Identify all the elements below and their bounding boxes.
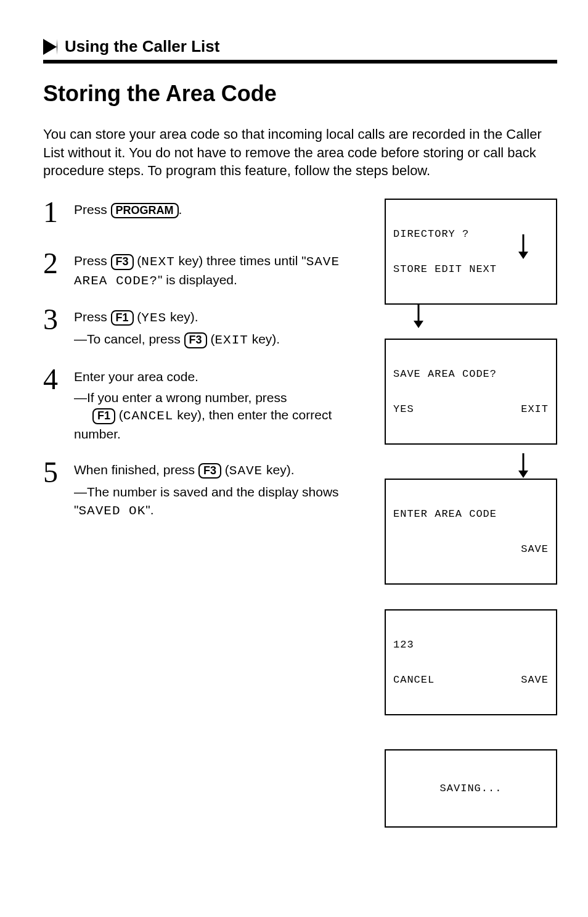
step-number: 2	[43, 250, 63, 290]
f1-key: F1	[111, 310, 134, 326]
lcd-screen-save-area: SAVE AREA CODE? YESEXIT	[385, 339, 557, 445]
step-body: Enter your area code. —If you enter a wr…	[74, 366, 372, 443]
step-body: When finished, press F3 (SAVE key). —The…	[74, 459, 372, 520]
f1-key: F1	[92, 408, 115, 424]
f3-key: F3	[111, 254, 134, 270]
f3-key: F3	[198, 463, 221, 479]
step-1: 1 Press PROGRAM.	[43, 199, 372, 225]
divider	[43, 60, 557, 64]
lcd-screen-saving: SAVING...	[385, 749, 557, 828]
step-2: 2 Press F3 (NEXT key) three times until …	[43, 250, 372, 290]
screens-column: DIRECTORY ? STORE EDIT NEXT SAVE AREA CO…	[385, 199, 557, 852]
step-4: 4 Enter your area code. —If you enter a …	[43, 366, 372, 443]
step-number: 5	[43, 459, 63, 520]
program-key: PROGRAM	[111, 203, 179, 219]
section-title: Using the Caller List	[65, 37, 219, 56]
step-number: 3	[43, 306, 63, 350]
pointer-right-icon	[43, 39, 57, 55]
arrow-down-icon	[409, 303, 428, 328]
f3-key: F3	[184, 332, 207, 348]
svg-marker-5	[518, 471, 528, 478]
svg-marker-1	[518, 252, 528, 259]
step-body: Press F3 (NEXT key) three times until "S…	[74, 250, 372, 290]
steps-column: 1 Press PROGRAM. 2 Press F3 (NEXT key) t…	[43, 199, 372, 852]
intro-text: You can store your area code so that inc…	[43, 125, 557, 180]
svg-marker-3	[414, 321, 423, 328]
step-body: Press PROGRAM.	[74, 199, 182, 225]
step-number: 4	[43, 366, 63, 443]
arrow-down-icon	[514, 234, 533, 259]
step-3: 3 Press F1 (YES key). —To cancel, press …	[43, 306, 372, 350]
step-body: Press F1 (YES key). —To cancel, press F3…	[74, 306, 280, 350]
page-title: Storing the Area Code	[43, 81, 557, 107]
step-5: 5 When finished, press F3 (SAVE key). —T…	[43, 459, 372, 520]
arrow-down-icon	[514, 453, 533, 478]
lcd-screen-enter-code: ENTER AREA CODE SAVE	[385, 479, 557, 585]
step-number: 1	[43, 199, 63, 225]
lcd-screen-123: 123 CANCELSAVE	[385, 609, 557, 715]
section-header: Using the Caller List	[43, 37, 557, 56]
